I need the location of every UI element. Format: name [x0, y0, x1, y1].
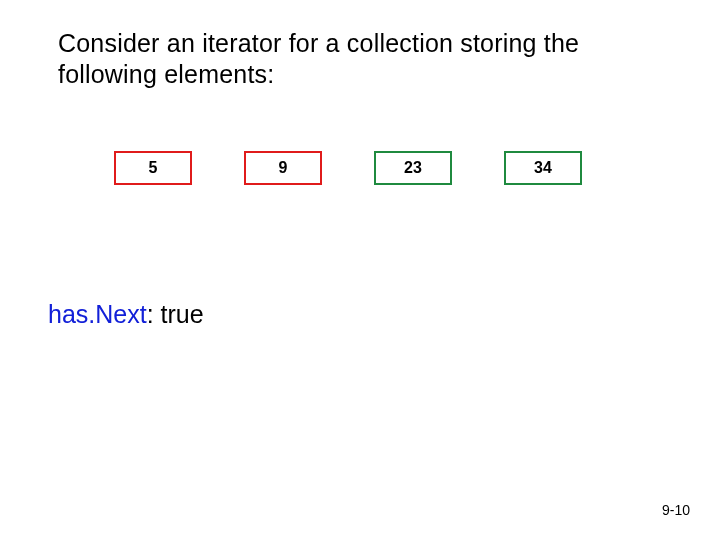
iterator-status: has.Next: true [48, 300, 662, 329]
status-value: true [161, 300, 204, 328]
element-box: 34 [504, 151, 582, 185]
elements-row: 5 9 23 34 [114, 151, 662, 185]
method-name: has.Next [48, 300, 147, 328]
status-separator: : [147, 300, 161, 328]
slide: Consider an iterator for a collection st… [0, 0, 720, 540]
element-box: 23 [374, 151, 452, 185]
slide-heading: Consider an iterator for a collection st… [58, 28, 662, 91]
element-box: 5 [114, 151, 192, 185]
page-number: 9-10 [662, 502, 690, 518]
element-box: 9 [244, 151, 322, 185]
